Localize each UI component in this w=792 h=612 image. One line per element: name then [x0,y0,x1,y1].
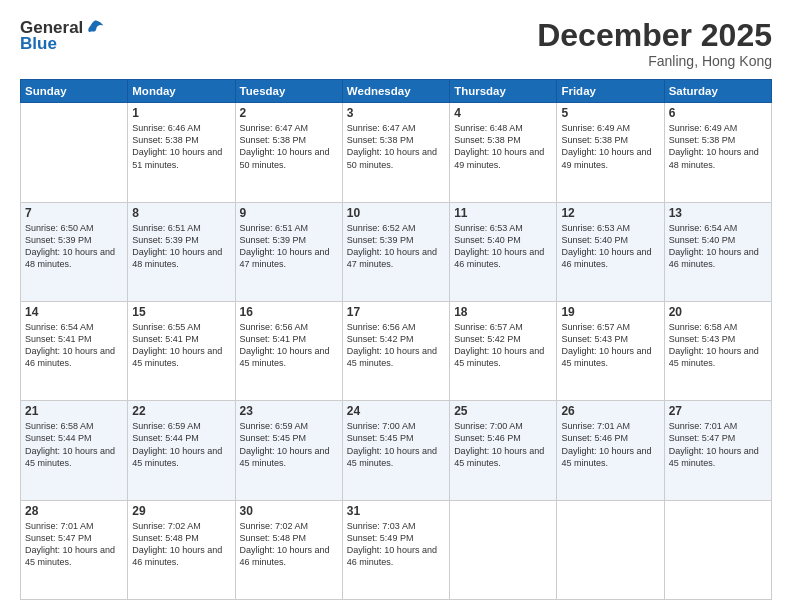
day-number: 28 [25,504,123,518]
day-number: 13 [669,206,767,220]
day-number: 20 [669,305,767,319]
day-number: 12 [561,206,659,220]
calendar-week-row: 28Sunrise: 7:01 AMSunset: 5:47 PMDayligh… [21,500,772,599]
calendar-cell: 12Sunrise: 6:53 AMSunset: 5:40 PMDayligh… [557,202,664,301]
subtitle: Fanling, Hong Kong [537,53,772,69]
header: General Blue December 2025 Fanling, Hong… [20,18,772,69]
day-info: Sunrise: 6:54 AMSunset: 5:41 PMDaylight:… [25,321,123,370]
header-wednesday: Wednesday [342,80,449,103]
calendar: Sunday Monday Tuesday Wednesday Thursday… [20,79,772,600]
logo-bird-icon [85,18,105,38]
day-number: 24 [347,404,445,418]
day-info: Sunrise: 6:53 AMSunset: 5:40 PMDaylight:… [561,222,659,271]
day-info: Sunrise: 6:56 AMSunset: 5:42 PMDaylight:… [347,321,445,370]
calendar-week-row: 14Sunrise: 6:54 AMSunset: 5:41 PMDayligh… [21,301,772,400]
calendar-cell: 31Sunrise: 7:03 AMSunset: 5:49 PMDayligh… [342,500,449,599]
calendar-cell: 29Sunrise: 7:02 AMSunset: 5:48 PMDayligh… [128,500,235,599]
day-number: 11 [454,206,552,220]
day-info: Sunrise: 6:58 AMSunset: 5:44 PMDaylight:… [25,420,123,469]
day-info: Sunrise: 6:49 AMSunset: 5:38 PMDaylight:… [669,122,767,171]
calendar-cell: 24Sunrise: 7:00 AMSunset: 5:45 PMDayligh… [342,401,449,500]
day-info: Sunrise: 7:01 AMSunset: 5:47 PMDaylight:… [669,420,767,469]
day-info: Sunrise: 6:59 AMSunset: 5:45 PMDaylight:… [240,420,338,469]
day-number: 18 [454,305,552,319]
calendar-cell [21,103,128,202]
calendar-cell: 1Sunrise: 6:46 AMSunset: 5:38 PMDaylight… [128,103,235,202]
day-number: 29 [132,504,230,518]
header-saturday: Saturday [664,80,771,103]
day-number: 2 [240,106,338,120]
day-number: 9 [240,206,338,220]
day-number: 6 [669,106,767,120]
day-info: Sunrise: 7:02 AMSunset: 5:48 PMDaylight:… [132,520,230,569]
calendar-cell: 28Sunrise: 7:01 AMSunset: 5:47 PMDayligh… [21,500,128,599]
calendar-cell: 25Sunrise: 7:00 AMSunset: 5:46 PMDayligh… [450,401,557,500]
calendar-cell: 27Sunrise: 7:01 AMSunset: 5:47 PMDayligh… [664,401,771,500]
calendar-header-row: Sunday Monday Tuesday Wednesday Thursday… [21,80,772,103]
day-number: 25 [454,404,552,418]
calendar-cell: 9Sunrise: 6:51 AMSunset: 5:39 PMDaylight… [235,202,342,301]
calendar-cell: 22Sunrise: 6:59 AMSunset: 5:44 PMDayligh… [128,401,235,500]
logo: General Blue [20,18,105,54]
day-info: Sunrise: 6:47 AMSunset: 5:38 PMDaylight:… [347,122,445,171]
day-number: 14 [25,305,123,319]
day-info: Sunrise: 7:03 AMSunset: 5:49 PMDaylight:… [347,520,445,569]
day-info: Sunrise: 6:57 AMSunset: 5:42 PMDaylight:… [454,321,552,370]
day-number: 26 [561,404,659,418]
day-number: 10 [347,206,445,220]
header-monday: Monday [128,80,235,103]
day-info: Sunrise: 6:52 AMSunset: 5:39 PMDaylight:… [347,222,445,271]
day-info: Sunrise: 7:00 AMSunset: 5:45 PMDaylight:… [347,420,445,469]
day-info: Sunrise: 6:48 AMSunset: 5:38 PMDaylight:… [454,122,552,171]
day-info: Sunrise: 6:56 AMSunset: 5:41 PMDaylight:… [240,321,338,370]
calendar-cell: 6Sunrise: 6:49 AMSunset: 5:38 PMDaylight… [664,103,771,202]
day-info: Sunrise: 6:50 AMSunset: 5:39 PMDaylight:… [25,222,123,271]
day-info: Sunrise: 6:57 AMSunset: 5:43 PMDaylight:… [561,321,659,370]
calendar-week-row: 21Sunrise: 6:58 AMSunset: 5:44 PMDayligh… [21,401,772,500]
calendar-cell [664,500,771,599]
calendar-cell: 18Sunrise: 6:57 AMSunset: 5:42 PMDayligh… [450,301,557,400]
day-number: 23 [240,404,338,418]
day-info: Sunrise: 7:00 AMSunset: 5:46 PMDaylight:… [454,420,552,469]
day-info: Sunrise: 6:46 AMSunset: 5:38 PMDaylight:… [132,122,230,171]
calendar-cell [450,500,557,599]
calendar-cell: 17Sunrise: 6:56 AMSunset: 5:42 PMDayligh… [342,301,449,400]
day-info: Sunrise: 6:54 AMSunset: 5:40 PMDaylight:… [669,222,767,271]
day-number: 1 [132,106,230,120]
day-info: Sunrise: 6:51 AMSunset: 5:39 PMDaylight:… [240,222,338,271]
calendar-cell: 23Sunrise: 6:59 AMSunset: 5:45 PMDayligh… [235,401,342,500]
calendar-cell: 20Sunrise: 6:58 AMSunset: 5:43 PMDayligh… [664,301,771,400]
day-number: 31 [347,504,445,518]
calendar-cell: 21Sunrise: 6:58 AMSunset: 5:44 PMDayligh… [21,401,128,500]
calendar-cell: 10Sunrise: 6:52 AMSunset: 5:39 PMDayligh… [342,202,449,301]
day-info: Sunrise: 6:51 AMSunset: 5:39 PMDaylight:… [132,222,230,271]
day-info: Sunrise: 7:01 AMSunset: 5:46 PMDaylight:… [561,420,659,469]
day-number: 4 [454,106,552,120]
calendar-week-row: 7Sunrise: 6:50 AMSunset: 5:39 PMDaylight… [21,202,772,301]
header-thursday: Thursday [450,80,557,103]
day-info: Sunrise: 6:59 AMSunset: 5:44 PMDaylight:… [132,420,230,469]
day-info: Sunrise: 6:47 AMSunset: 5:38 PMDaylight:… [240,122,338,171]
day-number: 15 [132,305,230,319]
day-number: 22 [132,404,230,418]
day-info: Sunrise: 7:01 AMSunset: 5:47 PMDaylight:… [25,520,123,569]
calendar-cell: 2Sunrise: 6:47 AMSunset: 5:38 PMDaylight… [235,103,342,202]
main-title: December 2025 [537,18,772,53]
day-number: 3 [347,106,445,120]
header-friday: Friday [557,80,664,103]
calendar-cell: 13Sunrise: 6:54 AMSunset: 5:40 PMDayligh… [664,202,771,301]
calendar-cell: 11Sunrise: 6:53 AMSunset: 5:40 PMDayligh… [450,202,557,301]
calendar-cell: 5Sunrise: 6:49 AMSunset: 5:38 PMDaylight… [557,103,664,202]
calendar-cell: 26Sunrise: 7:01 AMSunset: 5:46 PMDayligh… [557,401,664,500]
calendar-cell [557,500,664,599]
header-sunday: Sunday [21,80,128,103]
day-number: 27 [669,404,767,418]
day-number: 8 [132,206,230,220]
day-info: Sunrise: 7:02 AMSunset: 5:48 PMDaylight:… [240,520,338,569]
header-tuesday: Tuesday [235,80,342,103]
calendar-cell: 15Sunrise: 6:55 AMSunset: 5:41 PMDayligh… [128,301,235,400]
calendar-cell: 19Sunrise: 6:57 AMSunset: 5:43 PMDayligh… [557,301,664,400]
calendar-week-row: 1Sunrise: 6:46 AMSunset: 5:38 PMDaylight… [21,103,772,202]
day-info: Sunrise: 6:49 AMSunset: 5:38 PMDaylight:… [561,122,659,171]
logo-blue: Blue [20,34,57,54]
